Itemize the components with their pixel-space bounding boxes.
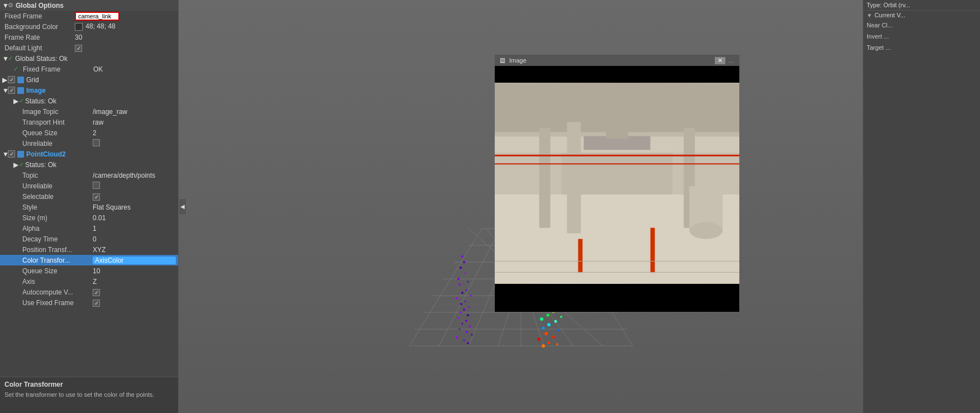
color-transf-value: AxisColor xyxy=(93,257,176,264)
svg-point-71 xyxy=(554,320,557,323)
global-status-header[interactable]: ▼ ✓ Global Status: Ok xyxy=(0,53,178,64)
image-checkbox[interactable] xyxy=(8,87,15,94)
image-topic-label: Image Topic xyxy=(20,108,93,116)
transport-hint-label: Transport Hint xyxy=(20,118,93,126)
autocompute-row: Autocompute V... xyxy=(0,287,178,297)
svg-point-78 xyxy=(547,341,550,344)
use-fixed-frame-checkbox[interactable] xyxy=(93,300,100,307)
default-light-label: Default Light xyxy=(2,44,75,52)
svg-point-27 xyxy=(456,297,458,300)
default-light-value[interactable] xyxy=(75,44,176,52)
svg-point-25 xyxy=(461,292,463,294)
svg-point-80 xyxy=(542,344,545,348)
size-row: Size (m) 0.01 xyxy=(0,212,178,223)
pointcloud2-header[interactable]: ▼ PointCloud2 xyxy=(0,149,178,159)
decay-time-row: Decay Time 0 xyxy=(0,234,178,244)
pc2-checkbox[interactable] xyxy=(8,150,15,158)
fixed-frame-status-row: ✓ Fixed Frame OK xyxy=(0,64,178,74)
autocompute-value[interactable] xyxy=(93,288,176,296)
svg-line-8 xyxy=(409,229,482,346)
image-topic-value: /image_raw xyxy=(93,108,176,116)
svg-point-69 xyxy=(560,316,562,318)
alpha-value: 1 xyxy=(93,225,176,232)
pc2-status-row: ▶ ✓ Status: Ok xyxy=(0,159,178,170)
topic-label: Topic xyxy=(20,172,93,179)
axis-value: Z xyxy=(93,278,176,286)
pc2-status-label: Status: Ok xyxy=(25,161,56,169)
svg-point-39 xyxy=(466,331,468,333)
axis-row: Axis Z xyxy=(0,276,178,287)
arrow-pc2-status: ▶ xyxy=(13,161,19,169)
svg-point-35 xyxy=(465,320,467,322)
position-transf-row: Position Transf... XYZ xyxy=(0,244,178,255)
arrow-pc2: ▼ xyxy=(2,150,8,158)
svg-point-31 xyxy=(463,308,465,311)
current-view-label: Current V... xyxy=(874,12,905,18)
background-color-value[interactable]: 48; 48; 48 xyxy=(75,22,176,31)
unreliable-pc2-value[interactable] xyxy=(93,182,176,191)
grid-checkbox[interactable] xyxy=(8,76,15,83)
svg-line-9 xyxy=(439,229,500,346)
svg-point-18 xyxy=(463,261,465,263)
image-close-button[interactable]: ✕ xyxy=(715,57,725,64)
invert-label: Invert ... xyxy=(867,33,977,40)
color-swatch[interactable] xyxy=(75,23,83,31)
left-panel: ▼ ⚙ Global Options Fixed Frame camera_li… xyxy=(0,0,179,413)
svg-point-79 xyxy=(556,343,558,345)
grid-label: Grid xyxy=(26,76,39,84)
bottom-info: Color Transformer Set the transformer to… xyxy=(0,377,178,413)
style-label: Style xyxy=(20,203,93,211)
left-collapse-button[interactable]: ◀ xyxy=(179,198,187,215)
frame-rate-row: Frame Rate 30 xyxy=(0,32,178,42)
unreliable-pc2-checkbox[interactable] xyxy=(93,182,100,189)
arrow-global-status: ▼ xyxy=(2,55,8,63)
current-view-header[interactable]: ▼ Current V... xyxy=(863,11,980,20)
unreliable-image-value[interactable] xyxy=(93,139,176,148)
svg-point-73 xyxy=(542,327,544,330)
unreliable-image-checkbox[interactable] xyxy=(93,139,100,146)
image-window: 🖼 Image ✕ ... xyxy=(494,54,740,312)
selectable-row: Selectable xyxy=(0,191,178,202)
svg-point-29 xyxy=(460,303,462,305)
use-fixed-frame-value[interactable] xyxy=(93,299,176,307)
main-viewport[interactable]: ◀ xyxy=(179,0,863,413)
viewport-canvas[interactable]: ◀ xyxy=(179,0,863,413)
pc2-cube-icon xyxy=(17,151,24,158)
display-list[interactable]: ▼ ⚙ Global Options Fixed Frame camera_li… xyxy=(0,0,178,377)
grid-row[interactable]: ▶ Grid xyxy=(0,74,178,85)
image-window-title: Image xyxy=(509,57,527,64)
use-fixed-frame-row: Use Fixed Frame xyxy=(0,297,178,308)
image-more-button[interactable]: ... xyxy=(726,57,736,64)
svg-point-28 xyxy=(464,301,466,302)
selectable-checkbox[interactable] xyxy=(93,193,100,201)
global-options-label: Global Options xyxy=(16,2,64,10)
fixed-frame-label: Fixed Frame xyxy=(2,12,75,20)
color-transf-row[interactable]: Color Transfor... AxisColor xyxy=(0,255,178,265)
svg-point-38 xyxy=(458,329,460,330)
default-light-checkbox[interactable] xyxy=(75,45,82,52)
arrow-grid: ▶ xyxy=(2,76,8,84)
svg-point-72 xyxy=(547,323,551,326)
image-black-top xyxy=(495,66,739,83)
image-header[interactable]: ▼ Image xyxy=(0,85,178,96)
bottom-info-desc: Set the transformer to use to set the co… xyxy=(4,391,174,399)
queue-size-pc2-value: 10 xyxy=(93,267,176,275)
unreliable-image-row: Unreliable xyxy=(0,138,178,149)
unreliable-image-label: Unreliable xyxy=(20,140,93,148)
check-icon-4: ✓ xyxy=(19,161,24,168)
topic-value: /camera/depth/points xyxy=(93,172,176,179)
autocompute-checkbox[interactable] xyxy=(93,289,100,296)
selectable-label: Selectable xyxy=(20,193,93,201)
svg-point-20 xyxy=(464,273,466,274)
fixed-frame-row: Fixed Frame camera_link xyxy=(0,11,178,21)
style-value: Flat Squares xyxy=(93,203,176,211)
global-options-header[interactable]: ▼ ⚙ Global Options xyxy=(0,0,178,11)
pointcloud2-label: PointCloud2 xyxy=(26,150,66,158)
arrow-image-status: ▶ xyxy=(13,97,19,105)
fixed-frame-value[interactable]: camera_link xyxy=(75,12,176,21)
svg-point-24 xyxy=(465,289,467,291)
color-transf-label: Color Transfor... xyxy=(20,257,93,264)
selectable-value[interactable] xyxy=(93,193,176,201)
svg-point-19 xyxy=(460,267,462,269)
fixed-frame-input[interactable]: camera_link xyxy=(75,12,119,21)
